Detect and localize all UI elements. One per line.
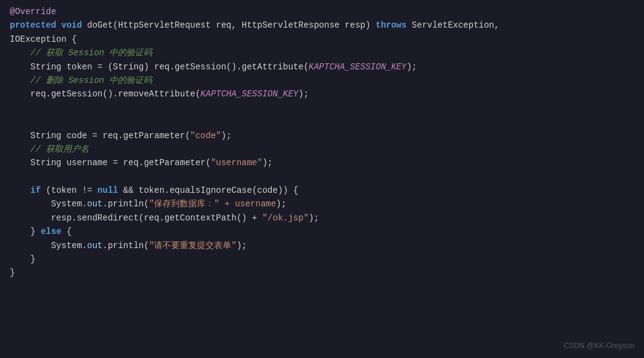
code-token: ); (237, 239, 247, 252)
code-line: // 获取 Session 中的验证码 (0, 46, 644, 60)
code-line: // 获取用户名 (0, 142, 644, 156)
watermark: CSDN @KK-Greyson (564, 340, 634, 352)
code-token: } (10, 266, 15, 279)
code-line: @Override (0, 5, 644, 18)
code-token: IOException { (10, 33, 77, 46)
code-line: } else { (0, 225, 644, 238)
code-token: .println( (102, 239, 149, 252)
code-line: IOException { (0, 33, 644, 46)
code-token: // 获取用户名 (31, 142, 89, 156)
code-line: System.out.println("保存到数据库：" + username)… (0, 197, 644, 211)
code-token (10, 184, 31, 197)
code-lines: @Overrideprotected void doGet(HttpServle… (0, 5, 644, 280)
code-token: resp.sendRedirect(req.getContextPath() + (10, 211, 263, 225)
code-token: "code" (190, 129, 221, 142)
code-token (10, 46, 31, 60)
code-line (0, 101, 644, 115)
code-token: .println( (102, 197, 149, 211)
code-token: "username" (211, 156, 263, 169)
code-token: throws (376, 18, 412, 32)
code-token: String token = (String) req.getSession()… (10, 60, 309, 74)
code-token: null (98, 184, 118, 197)
code-line: req.getSession().removeAttribute(KAPTCHA… (0, 87, 644, 101)
code-token: System. (10, 197, 87, 211)
code-line: System.out.println("请不要重复提交表单"); (0, 239, 644, 252)
code-token: ); (221, 129, 231, 142)
code-line (0, 170, 644, 184)
code-token: { (61, 225, 72, 238)
code-token: req.getSession().removeAttribute( (10, 87, 201, 101)
code-token: (token != (40, 184, 97, 197)
code-token: ); (263, 156, 273, 169)
code-token: "保存到数据库：" + username (149, 197, 276, 211)
code-token: void (61, 18, 87, 32)
code-token: else (40, 225, 61, 238)
code-token: KAPTCHA_SESSION_KEY (201, 87, 299, 101)
code-line: String token = (String) req.getSession()… (0, 60, 644, 74)
code-token: @Override (10, 5, 56, 18)
code-token: "请不要重复提交表单" (149, 239, 237, 252)
code-token: ServletException, (412, 18, 499, 32)
code-token: String code = req.getParameter( (10, 129, 190, 142)
code-token: } (10, 225, 40, 238)
code-token: if (31, 184, 41, 197)
code-line: String code = req.getParameter("code"); (0, 129, 644, 142)
code-line: if (token != null && token.equalsIgnoreC… (0, 184, 644, 197)
code-token: ); (299, 87, 309, 101)
code-token: System. (10, 239, 87, 252)
code-token: && token.equalsIgnoreCase(code)) { (118, 184, 298, 197)
code-line: } (0, 252, 644, 266)
code-token: } (10, 252, 36, 266)
code-token: ); (309, 211, 319, 225)
code-line: resp.sendRedirect(req.getContextPath() +… (0, 211, 644, 225)
code-block: @Overrideprotected void doGet(HttpServle… (0, 0, 644, 358)
code-line (0, 115, 644, 128)
code-token: "/ok.jsp" (263, 211, 309, 225)
code-line: protected void doGet(HttpServletRequest … (0, 18, 644, 32)
code-line: String username = req.getParameter("user… (0, 156, 644, 169)
code-token: out (87, 197, 102, 211)
code-line: } (0, 266, 644, 279)
code-line: // 删除 Session 中的验证码 (0, 74, 644, 87)
code-token (10, 142, 31, 156)
code-token: KAPTCHA_SESSION_KEY (309, 60, 407, 74)
code-token (10, 74, 31, 87)
code-token: doGet(HttpServletRequest req, HttpServle… (87, 18, 375, 32)
code-token: String username = req.getParameter( (10, 156, 211, 169)
code-token: ); (407, 60, 417, 74)
code-token: // 获取 Session 中的验证码 (31, 46, 153, 60)
code-token: protected (10, 18, 61, 32)
code-token: out (87, 239, 102, 252)
code-token: // 删除 Session 中的验证码 (31, 74, 153, 87)
code-token: ); (276, 197, 286, 211)
